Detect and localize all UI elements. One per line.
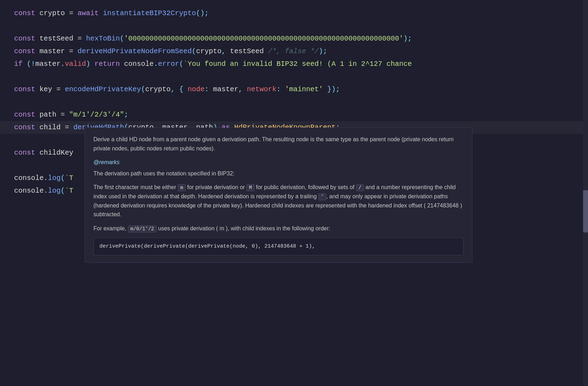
code-line-empty-1 <box>0 20 588 32</box>
code-line-1: const crypto = await instantiateBIP32Cry… <box>0 7 588 20</box>
tooltip-code-block: derivePrivate(derivePrivate(derivePrivat… <box>93 238 464 255</box>
inline-code-example-path: m/0/1'/2 <box>128 225 157 232</box>
tooltip-remarks-text: The derivation path uses the notation sp… <box>93 169 464 178</box>
keyword-await: await <box>78 8 103 19</box>
code-line-3: const master = deriveHdPrivateNodeFromSe… <box>0 45 588 58</box>
fn-instantiate: instantiateBIP32Crypto <box>103 8 196 19</box>
code-line-empty-3 <box>0 96 588 108</box>
inline-code-m: m <box>178 184 185 191</box>
code-line-2: const testSeed = hexToBin('0000000000000… <box>0 32 588 45</box>
tooltip-popup: Derive a child HD node from a parent nod… <box>85 127 472 263</box>
tooltip-remarks-label: @remarks <box>93 158 464 167</box>
code-line-5: const key = encodeHdPrivateKey(crypto, {… <box>0 83 588 96</box>
inline-code-slash: / <box>356 184 364 191</box>
tooltip-para1: The first character must be either m for… <box>93 183 464 219</box>
code-line-empty-2 <box>0 70 588 83</box>
keyword-const: const <box>14 8 39 19</box>
code-line-6: const path = "m/1'/2/3'/4"; <box>0 108 588 121</box>
tooltip-main-text: Derive a child HD node from a parent nod… <box>93 135 464 153</box>
scrollbar-track[interactable] <box>583 0 588 386</box>
inline-code-M: M <box>246 184 254 191</box>
code-editor: const crypto = await instantiateBIP32Cry… <box>0 0 588 386</box>
scrollbar-thumb[interactable] <box>583 190 588 232</box>
inline-code-tick: ' <box>318 193 326 200</box>
var-crypto: crypto <box>39 8 65 19</box>
code-line-4: if (!master.valid) return console.error(… <box>0 58 588 70</box>
tooltip-para2: For example, m/0/1'/2 uses private deriv… <box>93 224 464 233</box>
